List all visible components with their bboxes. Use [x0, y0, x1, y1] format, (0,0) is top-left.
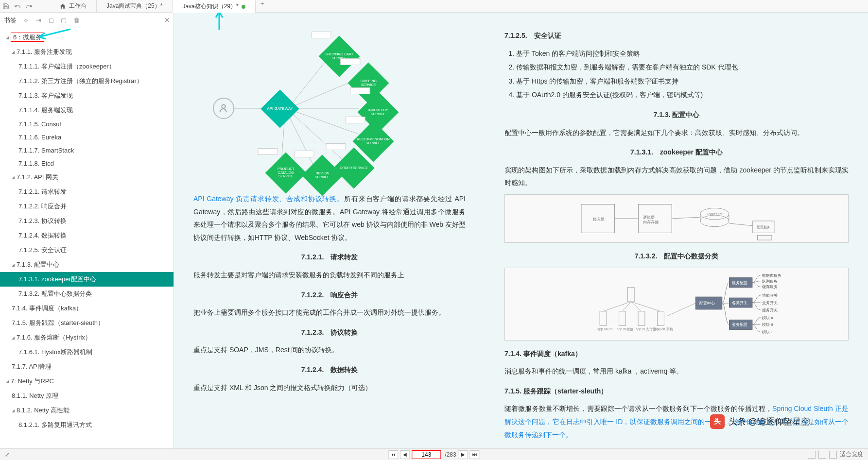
- heading-7125: 7.1.2.5. 安全认证: [504, 29, 849, 42]
- tree-item[interactable]: 7.1.1.4. 服务端发现: [0, 103, 174, 118]
- tree-item[interactable]: 7.1.2.4. 数据转换: [0, 228, 174, 243]
- text: 重点是支持 SOAP，JMS，Rest 间的协议转换。: [193, 343, 466, 357]
- tree-item[interactable]: 8.1.2.1. 多路复用通讯方式: [0, 418, 174, 432]
- svg-text:逻辑层: 逻辑层: [643, 215, 655, 220]
- tab-home[interactable]: 工作台: [50, 0, 97, 13]
- delete-icon[interactable]: 🗑: [72, 16, 81, 25]
- view-single-icon[interactable]: [808, 451, 816, 459]
- svg-line-18: [672, 217, 700, 219]
- page-input[interactable]: [412, 450, 441, 459]
- tab-doc2[interactable]: Java核心知识（29）*: [173, 0, 255, 13]
- text: 消息服务和事件的统一调度，常用用 kafka ，activemq 等。: [504, 365, 849, 378]
- sidebar-title: 书签: [4, 16, 17, 25]
- tree-item[interactable]: 7.1.2.2. 响应合并: [0, 199, 174, 214]
- svg-rect-42: [600, 311, 607, 325]
- expand-icon[interactable]: ⇥: [34, 16, 43, 25]
- top-toolbar: 工作台 Java面试宝典（25）* Java核心知识（29）* +: [0, 0, 868, 13]
- tree-item[interactable]: 8.1.1. Netty 原理: [0, 389, 174, 403]
- svg-text:模块 B: 模块 B: [762, 323, 773, 327]
- tree-item[interactable]: 7.1.1. 服务注册发现: [0, 45, 174, 59]
- svg-text:功能开关: 功能开关: [762, 293, 778, 298]
- tree-item[interactable]: 7: Netty 与RPC: [0, 374, 174, 389]
- sidebar-header: 书签 ⟡ ⇥ ◻ ▢ 🗑 ×: [0, 13, 174, 28]
- heading-713: 7.1.3. 配置中心: [504, 108, 849, 121]
- last-page-button[interactable]: ⏭: [470, 450, 480, 459]
- svg-line-19: [729, 223, 753, 226]
- locate-icon[interactable]: ⟡: [21, 16, 30, 25]
- text: 服务转发主要是对客户端的请求安装微服务的负载转发到不同的服务上: [193, 269, 466, 282]
- tree-item[interactable]: 7.1.2. API 网关: [0, 170, 174, 185]
- bookmark-add-icon[interactable]: ◻: [47, 16, 55, 25]
- tab-home-label: 工作台: [69, 2, 87, 10]
- svg-text:配置服务: 配置服务: [757, 225, 770, 229]
- tree-item[interactable]: 7.1.6.1. Hystrix断路器机制: [0, 345, 174, 359]
- zoom-label[interactable]: 适合宽度: [840, 450, 863, 459]
- tree-root[interactable]: 6：微服务: [0, 30, 174, 45]
- tree-item[interactable]: 7.1.2.3. 协议转换: [0, 214, 174, 228]
- tree-item[interactable]: 7.1.3.2. 配置中心数据分类: [0, 287, 174, 301]
- tree-item[interactable]: 7.1.5. 服务跟踪（starter-sleuth）: [0, 316, 174, 330]
- tree-item[interactable]: 7.1.1.6. Eureka: [0, 131, 174, 144]
- svg-text:模块 C: 模块 C: [762, 330, 774, 334]
- svg-line-1: [291, 56, 330, 105]
- gateway-paragraph: API Gateway 负责请求转发、合成和协议转换。所有来自客户端的请求都要先…: [193, 192, 466, 244]
- list-item: 基于 Token 的客户端访问控制和安全策略: [516, 47, 849, 60]
- svg-rect-45: [658, 311, 664, 325]
- tree-item[interactable]: 7.1.1.5. Consul: [0, 118, 174, 131]
- heading-714: 7.1.4. 事件调度（kafka）: [504, 347, 849, 360]
- redo-icon[interactable]: [23, 0, 35, 12]
- text: 实现的架构图如下所示，采取数据加载到内存方式解决高效获取的问题，借助 zooke…: [504, 164, 849, 189]
- tree-item[interactable]: 7.1.1.2. 第三方注册（独立的服务Registrar）: [0, 74, 174, 88]
- new-tab-button[interactable]: +: [256, 0, 269, 13]
- svg-text:数据库服务: 数据库服务: [762, 273, 781, 277]
- svg-text:队列服务: 队列服务: [762, 279, 778, 283]
- tree-item[interactable]: 7.1.7. API管理: [0, 359, 174, 374]
- document-tabs: 工作台 Java面试宝典（25）* Java核心知识（29）* +: [50, 0, 269, 13]
- svg-text:内存存储: 内存存储: [643, 220, 659, 224]
- svg-text:业务开关: 业务开关: [762, 301, 778, 305]
- heading-7131: 7.1.3.1. zookeeper 配置中心: [504, 146, 849, 159]
- first-page-button[interactable]: ⏮: [388, 450, 398, 459]
- undo-icon[interactable]: [12, 0, 23, 12]
- text: 把业务上需要调用多个服务接口才能完成的工作合并成一次调用对外统一提供服务。: [193, 306, 466, 319]
- svg-text:业务配置: 业务配置: [732, 323, 747, 327]
- svg-rect-16: [758, 235, 772, 240]
- auth-list: 基于 Token 的客户端访问控制和安全策略 传输数据和报文加密，到服务端解密，…: [516, 47, 849, 102]
- svg-point-8: [222, 105, 225, 108]
- expand-footer-icon[interactable]: ⤢: [5, 451, 10, 458]
- svg-text:app on 手机: app on 手机: [655, 327, 673, 331]
- tree-item[interactable]: 8.1.2. Netty 高性能: [0, 403, 174, 418]
- tree-item[interactable]: 7.1.3. 配置中心: [0, 257, 174, 272]
- view-book-icon[interactable]: [829, 451, 837, 459]
- tree-item[interactable]: 7.1.1.1. 客户端注册（zookeeper）: [0, 59, 174, 74]
- save-icon[interactable]: [0, 0, 12, 12]
- tree-item[interactable]: 7.1.1.3. 客户端发现: [0, 88, 174, 103]
- tree-item[interactable]: 7.1.1.7. SmartStack: [0, 144, 174, 157]
- svg-line-2: [291, 81, 354, 107]
- svg-line-51: [667, 303, 695, 316]
- zookeeper-arch-diagram: 接入层逻辑层内存存储Zookeeper配置服务: [504, 194, 849, 243]
- heading-7124: 7.1.2.4. 数据转换: [193, 363, 466, 376]
- svg-line-49: [631, 302, 642, 311]
- pager: ⏮ ◀ /283 ▶ ⏭: [388, 450, 479, 459]
- tree-item[interactable]: 7.1.1.8. Etcd: [0, 157, 174, 170]
- next-page-button[interactable]: ▶: [458, 450, 468, 459]
- heading-7121: 7.1.2.1. 请求转发: [193, 251, 466, 264]
- tree-item-selected[interactable]: 7.1.3.1. zookeeper配置中心: [0, 272, 174, 287]
- tree-item[interactable]: 7.1.4. 事件调度（kafka）: [0, 301, 174, 316]
- tree-item[interactable]: 7.1.6. 服务熔断（Hystrix）: [0, 330, 174, 345]
- tab-doc1[interactable]: Java面试宝典（25）*: [97, 0, 173, 13]
- tree-item[interactable]: 7.1.2.5. 安全认证: [0, 243, 174, 257]
- tree-item[interactable]: 7.1.2.1. 请求转发: [0, 185, 174, 199]
- heading-7123: 7.1.2.3. 协议转换: [193, 326, 466, 339]
- api-gateway-diagram: API GATEWAY SHOPPING CART SERVICEREST AP…: [193, 22, 466, 183]
- close-sidebar-icon[interactable]: ×: [164, 15, 170, 25]
- prev-page-button[interactable]: ◀: [400, 450, 410, 459]
- bookmark-tree: 6：微服务 7.1.1. 服务注册发现 7.1.1.1. 客户端注册（zooke…: [0, 28, 174, 448]
- bookmarks-sidebar: 书签 ⟡ ⇥ ◻ ▢ 🗑 × 6：微服务 7.1.1. 服务注册发现 7.1.1…: [0, 13, 174, 448]
- svg-point-14: [700, 215, 729, 227]
- svg-text:服务开关: 服务开关: [762, 307, 778, 312]
- bookmark-icon[interactable]: ▢: [59, 16, 68, 25]
- view-double-icon[interactable]: [818, 451, 826, 459]
- heading-7122: 7.1.2.2. 响应合并: [193, 289, 466, 302]
